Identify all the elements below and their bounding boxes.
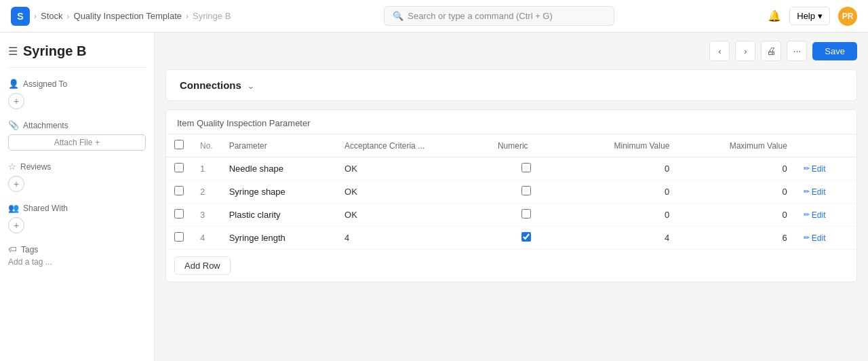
next-button[interactable]: › xyxy=(735,41,755,61)
row-max-3: 6 xyxy=(783,233,787,243)
attachments-header: 📎 Attachments xyxy=(8,120,146,130)
shared-with-section: 👥 Shared With + xyxy=(8,203,146,233)
table-section: Item Quality Inspection Parameter No. Pa… xyxy=(165,109,857,282)
avatar-initials: PR xyxy=(842,12,854,21)
row-max-2: 0 xyxy=(783,210,787,220)
table-section-title: Item Quality Inspection Parameter xyxy=(166,110,856,134)
col-min: Minimum Value xyxy=(564,134,677,157)
topbar-left: S › Stock › Quality Inspection Template … xyxy=(11,7,231,26)
search-bar[interactable]: 🔍 Search or type a command (Ctrl + G) xyxy=(384,6,614,26)
assigned-to-label: Assigned To xyxy=(23,79,67,89)
row-edit-1[interactable]: ✏ Edit xyxy=(804,187,848,197)
help-label: Help xyxy=(797,11,815,21)
page-title: Syringe B xyxy=(23,43,86,59)
reviews-section: ☆ Reviews + xyxy=(8,162,146,192)
search-placeholder: Search or type a command (Ctrl + G) xyxy=(408,11,553,21)
tags-label: Tags xyxy=(21,245,38,254)
chevron-down-icon: ▾ xyxy=(818,11,823,21)
edit-icon-2: ✏ xyxy=(804,210,810,219)
row-numeric-3[interactable] xyxy=(521,232,531,242)
row-no-2: 3 xyxy=(200,210,205,220)
connections-header[interactable]: Connections ⌄ xyxy=(166,70,856,100)
row-param-3: Syringe length xyxy=(229,233,285,243)
topbar-right: 🔔 Help ▾ PR xyxy=(768,7,857,26)
page-header: ☰ Syringe B xyxy=(8,43,146,68)
tags-header: 🏷 Tags xyxy=(8,244,146,254)
table-row: 3 Plastic clarity OK 0 0 ✏ Edit xyxy=(166,204,856,227)
row-no-1: 2 xyxy=(200,187,205,197)
edit-icon-0: ✏ xyxy=(804,164,810,173)
row-numeric-2[interactable] xyxy=(521,209,531,218)
help-button[interactable]: Help ▾ xyxy=(789,7,830,25)
add-row-button[interactable]: Add Row xyxy=(174,256,231,275)
row-edit-3[interactable]: ✏ Edit xyxy=(804,233,848,243)
attachments-section: 📎 Attachments Attach File + xyxy=(8,120,146,151)
add-assigned-button[interactable]: + xyxy=(8,93,24,109)
breadcrumb-sep-3: › xyxy=(186,12,189,21)
avatar[interactable]: PR xyxy=(838,7,857,26)
inspection-table: No. Parameter Acceptance Criteria ... Nu… xyxy=(166,134,856,250)
tag-icon: 🏷 xyxy=(8,244,17,254)
col-no: No. xyxy=(192,134,221,157)
shared-with-label: Shared With xyxy=(23,204,68,213)
sidebar: ☰ Syringe B 👤 Assigned To + 📎 Attachment… xyxy=(0,33,155,361)
row-checkbox-0[interactable] xyxy=(174,163,184,172)
row-checkbox-2[interactable] xyxy=(174,209,184,218)
row-param-2: Plastic clarity xyxy=(229,210,281,220)
print-button[interactable]: 🖨 xyxy=(761,41,781,61)
more-button[interactable]: ··· xyxy=(787,41,807,61)
add-review-button[interactable]: + xyxy=(8,176,24,192)
row-acceptance-1: OK xyxy=(344,187,357,197)
col-acceptance: Acceptance Criteria ... xyxy=(336,134,490,157)
toolbar: ‹ › 🖨 ··· Save xyxy=(165,41,857,61)
shared-icon: 👥 xyxy=(8,203,19,213)
save-button[interactable]: Save xyxy=(812,42,857,60)
row-acceptance-3: 4 xyxy=(344,233,349,243)
row-min-3: 4 xyxy=(665,233,669,243)
row-param-1: Syringe shape xyxy=(229,187,285,197)
assigned-to-section: 👤 Assigned To + xyxy=(8,79,146,109)
main-layout: ☰ Syringe B 👤 Assigned To + 📎 Attachment… xyxy=(0,33,868,361)
row-checkbox-3[interactable] xyxy=(174,232,184,242)
col-numeric: Numeric xyxy=(490,134,564,157)
table-row: 1 Needle shape OK 0 0 ✏ Edit xyxy=(166,157,856,180)
row-min-2: 0 xyxy=(665,210,669,220)
row-numeric-1[interactable] xyxy=(521,186,531,195)
connections-chevron-icon: ⌄ xyxy=(247,80,255,91)
app-icon[interactable]: S xyxy=(11,7,30,26)
row-checkbox-1[interactable] xyxy=(174,186,184,195)
user-icon: 👤 xyxy=(8,79,19,89)
breadcrumb-stock[interactable]: Stock xyxy=(41,11,63,21)
row-edit-2[interactable]: ✏ Edit xyxy=(804,210,848,220)
row-param-0: Needle shape xyxy=(229,164,283,174)
tags-section: 🏷 Tags Add a tag ... xyxy=(8,244,146,267)
star-icon: ☆ xyxy=(8,162,16,172)
col-parameter: Parameter xyxy=(221,134,336,157)
table-row: 2 Syringe shape OK 0 0 ✏ Edit xyxy=(166,180,856,204)
shared-with-header: 👥 Shared With xyxy=(8,203,146,213)
add-shared-button[interactable]: + xyxy=(8,217,24,233)
table-body: 1 Needle shape OK 0 0 ✏ Edit 2 Syringe s… xyxy=(166,157,856,250)
assigned-to-header: 👤 Assigned To xyxy=(8,79,146,89)
select-all-checkbox[interactable] xyxy=(174,140,184,149)
row-min-1: 0 xyxy=(665,187,669,197)
attach-file-button[interactable]: Attach File + xyxy=(8,134,146,151)
add-tag-link[interactable]: Add a tag ... xyxy=(8,257,146,267)
row-no-3: 4 xyxy=(200,233,205,243)
edit-icon-3: ✏ xyxy=(804,233,810,242)
row-edit-0[interactable]: ✏ Edit xyxy=(804,164,848,174)
notification-icon[interactable]: 🔔 xyxy=(768,10,781,22)
row-numeric-0[interactable] xyxy=(521,163,531,172)
breadcrumb-sep-1: › xyxy=(34,12,37,21)
row-acceptance-0: OK xyxy=(344,164,357,174)
row-max-0: 0 xyxy=(783,164,787,174)
content: ‹ › 🖨 ··· Save Connections ⌄ Item Qualit… xyxy=(155,33,868,361)
breadcrumb-current: Syringe B xyxy=(193,11,231,21)
search-container: 🔍 Search or type a command (Ctrl + G) xyxy=(231,6,768,26)
reviews-header: ☆ Reviews xyxy=(8,162,146,172)
paperclip-icon: 📎 xyxy=(8,120,19,130)
breadcrumb-template[interactable]: Quality Inspection Template xyxy=(74,11,182,21)
prev-button[interactable]: ‹ xyxy=(709,41,730,61)
hamburger-icon[interactable]: ☰ xyxy=(8,45,18,58)
edit-icon-1: ✏ xyxy=(804,187,810,196)
